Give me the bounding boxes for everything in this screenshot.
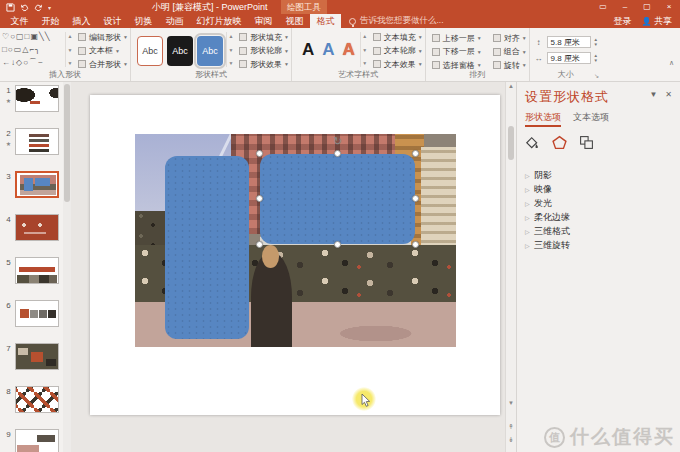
slide-thumbnail[interactable]: 1 ★ bbox=[0, 85, 63, 128]
qat-customize-icon[interactable]: ▾ bbox=[48, 4, 51, 11]
slide-thumbnail-image[interactable] bbox=[15, 386, 59, 413]
shape-gallery[interactable]: ♡○▢□▣╲╲ □○▭△⌐╮ ←↓◇○⌒~ bbox=[2, 31, 64, 69]
ribbon-button[interactable]: 文本框▼ bbox=[78, 45, 128, 57]
sign-in-button[interactable]: 登录 bbox=[614, 15, 632, 28]
ribbon-button[interactable]: 文本轮廓▼ bbox=[373, 45, 423, 57]
ribbon-button[interactable]: 下移一层▼ bbox=[432, 46, 482, 58]
panel-close-icon[interactable]: ✕ bbox=[665, 90, 672, 99]
share-button[interactable]: 👤 共享 bbox=[642, 15, 673, 28]
panel-section-row[interactable]: ▷ 三维格式 bbox=[525, 224, 672, 238]
thumbnail-scrollbar-thumb[interactable] bbox=[64, 84, 70, 202]
shape-gallery-scroll[interactable]: ▲▼▼ bbox=[65, 32, 74, 67]
ribbon-tab[interactable]: 审阅 bbox=[248, 14, 279, 28]
ribbon-button[interactable]: 组合▼ bbox=[493, 46, 527, 58]
resize-handle-middle-left[interactable] bbox=[256, 195, 263, 202]
slide-thumbnail-image[interactable] bbox=[15, 343, 59, 370]
resize-handle-bottom-right[interactable] bbox=[412, 241, 419, 248]
close-icon[interactable]: × bbox=[658, 0, 680, 14]
shape-height-input[interactable]: 5.8 厘米 bbox=[547, 36, 591, 48]
panel-section-row[interactable]: ▷ 三维旋转 bbox=[525, 238, 672, 252]
resize-handle-middle-right[interactable] bbox=[412, 195, 419, 202]
width-stepper[interactable]: ▲▼ bbox=[594, 53, 598, 63]
redo-icon[interactable] bbox=[34, 3, 43, 12]
ribbon-tab[interactable]: 切换 bbox=[128, 14, 159, 28]
wordart-preset[interactable]: A bbox=[322, 40, 334, 60]
effects-icon[interactable] bbox=[552, 135, 567, 154]
maximize-icon[interactable]: ▢ bbox=[636, 0, 658, 14]
panel-section-row[interactable]: ▷ 映像 bbox=[525, 182, 672, 196]
slide-thumbnail-image[interactable] bbox=[15, 214, 59, 241]
undo-icon[interactable] bbox=[20, 3, 29, 12]
ribbon-button[interactable]: 形状填充▼ bbox=[239, 31, 289, 43]
shape-gallery-row[interactable]: □○▭△⌐╮ bbox=[2, 44, 64, 56]
ribbon-button[interactable]: 文本填充▼ bbox=[373, 31, 423, 43]
ribbon-button[interactable]: 上移一层▼ bbox=[432, 32, 482, 44]
ribbon-button[interactable]: 形状轮廓▼ bbox=[239, 45, 289, 57]
shape-style-preset[interactable]: Abc bbox=[137, 36, 163, 66]
ribbon-options-icon[interactable]: ▭ bbox=[592, 0, 614, 14]
collapse-ribbon-icon[interactable]: ∧ bbox=[669, 59, 674, 67]
slide-thumbnail[interactable]: 2 ★ bbox=[0, 128, 63, 171]
ribbon-tab[interactable]: 设计 bbox=[97, 14, 128, 28]
rounded-rectangle-shape-left[interactable] bbox=[165, 156, 249, 339]
slide-thumbnail-image[interactable] bbox=[15, 171, 59, 198]
panel-section-row[interactable]: ▷ 阴影 bbox=[525, 168, 672, 182]
ribbon-button[interactable]: 对齐▼ bbox=[493, 32, 527, 44]
slide-thumbnail[interactable]: 4 ★ bbox=[0, 214, 63, 257]
resize-handle-bottom-middle[interactable] bbox=[334, 241, 341, 248]
ribbon-tab[interactable]: 插入 bbox=[66, 14, 97, 28]
slide-surface[interactable]: ↻ bbox=[90, 95, 500, 415]
thumbnail-scrollbar[interactable] bbox=[63, 82, 71, 452]
ribbon-button[interactable]: 编辑形状▼ bbox=[78, 31, 128, 43]
ribbon-tab[interactable]: 格式 bbox=[310, 14, 341, 28]
next-slide-icon[interactable]: ↡ bbox=[506, 436, 516, 444]
slide-thumbnail-image[interactable] bbox=[15, 128, 59, 155]
ribbon-tab[interactable]: 文件 bbox=[4, 14, 35, 28]
slide-thumbnail-image[interactable] bbox=[15, 429, 59, 452]
shape-gallery-row[interactable]: ♡○▢□▣╲╲ bbox=[2, 31, 64, 43]
ribbon-tab[interactable]: 视图 bbox=[279, 14, 310, 28]
ribbon-tab[interactable]: 幻灯片放映 bbox=[190, 14, 248, 28]
tell-me-search[interactable]: 告诉我您想要做什么... bbox=[349, 14, 444, 28]
style-gallery-scroll[interactable]: ▲▼▼ bbox=[226, 32, 235, 67]
slide-thumbnail[interactable]: 6 ★ bbox=[0, 300, 63, 343]
slide-thumbnail-image[interactable] bbox=[15, 85, 59, 112]
canvas-scrollbar[interactable]: ▲ ▼ ↟ ↡ bbox=[505, 82, 516, 452]
slide-thumbnail[interactable]: 5 ★ bbox=[0, 257, 63, 300]
wordart-gallery-scroll[interactable]: ▲▼▼ bbox=[360, 32, 369, 67]
previous-slide-icon[interactable]: ↟ bbox=[506, 423, 516, 431]
slide-thumbnail-image[interactable] bbox=[15, 257, 59, 284]
slide-thumbnail[interactable]: 8 ★ bbox=[0, 386, 63, 429]
panel-section-row[interactable]: ▷ 柔化边缘 bbox=[525, 210, 672, 224]
slide-thumbnail[interactable]: 7 ★ bbox=[0, 343, 63, 386]
panel-section-row[interactable]: ▷ 发光 bbox=[525, 196, 672, 210]
scroll-down-icon[interactable]: ▼ bbox=[506, 400, 516, 406]
save-icon[interactable] bbox=[6, 3, 15, 12]
tab-shape-options[interactable]: 形状选项 bbox=[525, 111, 561, 127]
panel-menu-caret-icon[interactable]: ▼ bbox=[649, 90, 657, 99]
tab-text-options[interactable]: 文本选项 bbox=[573, 111, 609, 127]
canvas-scrollbar-thumb[interactable] bbox=[508, 126, 514, 160]
resize-handle-top-left[interactable] bbox=[256, 150, 263, 157]
shape-style-preset[interactable]: Abc bbox=[167, 36, 193, 66]
size-properties-icon[interactable] bbox=[579, 135, 594, 154]
shape-style-preset-selected[interactable]: Abc bbox=[197, 36, 223, 66]
shape-gallery-row[interactable]: ←↓◇○⌒~ bbox=[2, 57, 64, 69]
scroll-up-icon[interactable]: ▲ bbox=[506, 83, 516, 89]
ribbon-tab[interactable]: 开始 bbox=[35, 14, 66, 28]
resize-handle-bottom-left[interactable] bbox=[256, 241, 263, 248]
height-stepper[interactable]: ▲▼ bbox=[594, 37, 598, 47]
ribbon-tab[interactable]: 动画 bbox=[159, 14, 190, 28]
minimize-icon[interactable]: – bbox=[614, 0, 636, 14]
wordart-preset[interactable]: A bbox=[302, 40, 314, 60]
dialog-launcher-icon[interactable]: ↘ bbox=[594, 72, 599, 79]
resize-handle-top-middle[interactable] bbox=[334, 150, 341, 157]
fill-line-icon[interactable] bbox=[525, 135, 540, 154]
resize-handle-top-right[interactable] bbox=[412, 150, 419, 157]
rounded-rectangle-shape-selected[interactable]: ↻ bbox=[260, 154, 415, 244]
slide-thumbnail[interactable]: 9 ★ bbox=[0, 429, 63, 452]
slide-thumbnail[interactable]: 3 ★ bbox=[0, 171, 63, 214]
rotate-handle-icon[interactable]: ↻ bbox=[332, 135, 344, 147]
shape-width-input[interactable]: 9.8 厘米 bbox=[547, 52, 591, 64]
slide-thumbnail-image[interactable] bbox=[15, 300, 59, 327]
